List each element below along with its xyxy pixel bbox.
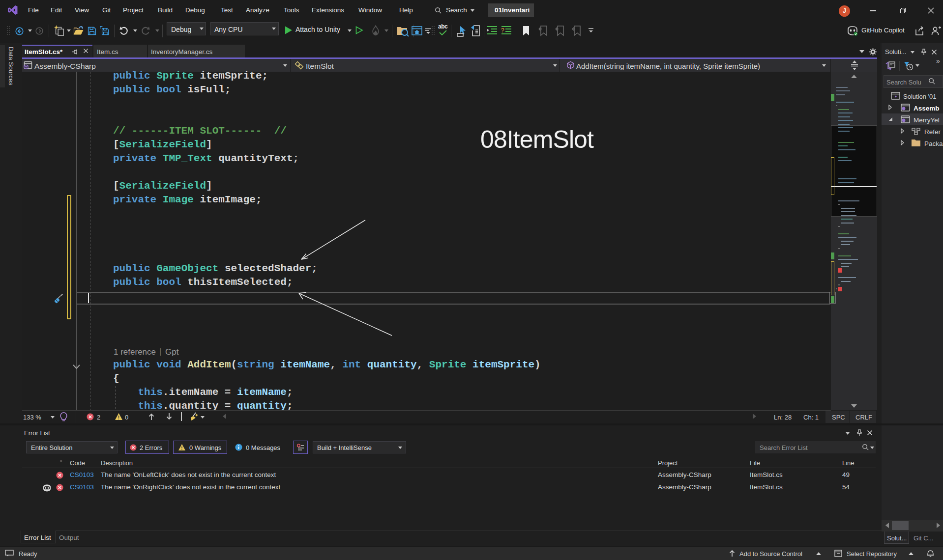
svg-text:?: ? <box>501 27 504 34</box>
